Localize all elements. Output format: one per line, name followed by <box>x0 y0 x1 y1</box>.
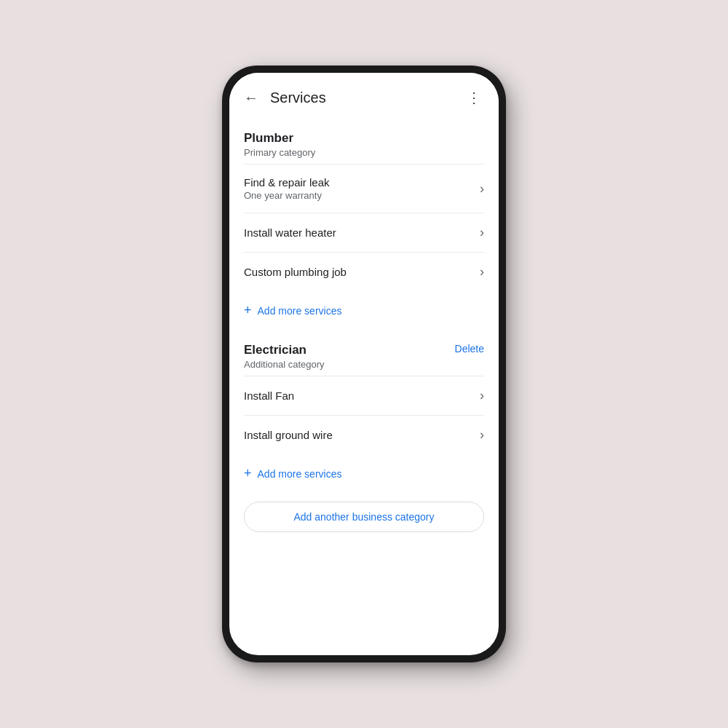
add-services-plumber-button[interactable]: + Add more services <box>229 291 499 330</box>
more-options-button[interactable]: ⋮ <box>461 84 487 111</box>
more-icon: ⋮ <box>467 89 482 106</box>
plus-icon-electrician: + <box>244 466 252 481</box>
chevron-icon-install-water-heater: › <box>480 225 484 240</box>
chevron-icon-custom-plumbing: › <box>480 264 484 280</box>
back-button[interactable]: ← <box>238 84 264 111</box>
service-item-install-water-heater[interactable]: Install water heater › <box>244 213 484 253</box>
bottom-section: Add another business category <box>229 493 499 550</box>
service-item-custom-plumbing[interactable]: Custom plumbing job › <box>244 253 484 291</box>
app-header: ← Services ⋮ <box>229 73 499 118</box>
phone-screen: ← Services ⋮ Plumber Primary category Fi… <box>229 73 499 655</box>
service-item-install-fan[interactable]: Install Fan › <box>244 376 484 416</box>
electrician-category-type: Additional category <box>244 359 325 370</box>
phone-frame: ← Services ⋮ Plumber Primary category Fi… <box>222 66 506 662</box>
page-title: Services <box>270 90 461 106</box>
add-another-category-button[interactable]: Add another business category <box>244 502 484 532</box>
plumber-category-header: Plumber Primary category <box>229 118 499 161</box>
plumber-category-name: Plumber <box>244 131 484 146</box>
service-item-find-repair-leak[interactable]: Find & repair leak One year warranty › <box>244 165 484 213</box>
plumber-category-type: Primary category <box>244 147 484 158</box>
chevron-icon-install-ground-wire: › <box>480 427 484 443</box>
chevron-icon-install-fan: › <box>480 388 484 403</box>
electrician-service-list: Install Fan › Install ground wire › <box>229 376 499 454</box>
service-subtitle-find-repair-leak: One year warranty <box>244 190 330 201</box>
plus-icon-plumber: + <box>244 303 252 318</box>
content-area: Plumber Primary category Find & repair l… <box>229 118 499 655</box>
service-name-install-fan: Install Fan <box>244 389 294 402</box>
add-services-electrician-label: Add more services <box>258 468 342 480</box>
service-info-install-ground-wire: Install ground wire <box>244 429 333 441</box>
chevron-icon-find-repair-leak: › <box>480 181 484 197</box>
back-icon: ← <box>244 90 258 106</box>
add-services-electrician-button[interactable]: + Add more services <box>229 454 499 493</box>
electrician-category-info: Electrician Additional category <box>244 343 325 370</box>
electrician-category-header: Electrician Additional category Delete <box>229 330 499 373</box>
service-name-custom-plumbing: Custom plumbing job <box>244 266 347 278</box>
electrician-category-name: Electrician <box>244 343 325 357</box>
service-info-custom-plumbing: Custom plumbing job <box>244 266 347 278</box>
add-services-plumber-label: Add more services <box>258 305 342 317</box>
service-info-find-repair-leak: Find & repair leak One year warranty <box>244 176 330 201</box>
service-name-find-repair-leak: Find & repair leak <box>244 176 330 189</box>
plumber-service-list: Find & repair leak One year warranty › I… <box>229 165 499 291</box>
delete-electrician-button[interactable]: Delete <box>455 343 484 355</box>
service-name-install-water-heater: Install water heater <box>244 226 336 239</box>
service-info-install-water-heater: Install water heater <box>244 226 336 239</box>
service-item-install-ground-wire[interactable]: Install ground wire › <box>244 416 484 454</box>
service-info-install-fan: Install Fan <box>244 389 294 402</box>
service-name-install-ground-wire: Install ground wire <box>244 429 333 441</box>
